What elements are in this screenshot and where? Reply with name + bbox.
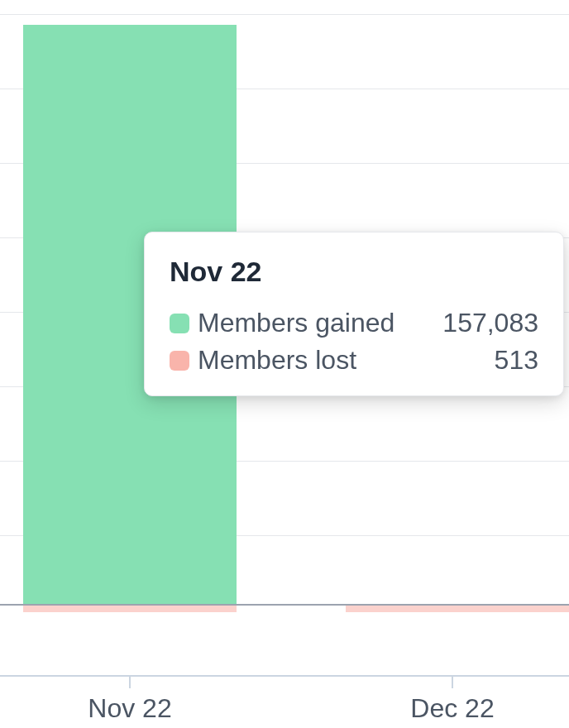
tooltip-value: 157,083 [442, 308, 538, 338]
x-axis-label-dec: Dec 22 [410, 693, 494, 724]
x-axis-line [0, 675, 569, 677]
bar-members-lost-nov[interactable] [23, 606, 237, 612]
gridline [0, 14, 569, 15]
chart-tooltip: Nov 22 Members gained 157,083 Members lo… [144, 232, 564, 396]
bar-members-lost-dec[interactable] [346, 606, 569, 612]
swatch-green-icon [170, 314, 189, 333]
tooltip-label: Members lost [198, 345, 495, 376]
tooltip-label: Members gained [198, 308, 442, 338]
x-axis-label-nov: Nov 22 [88, 693, 171, 724]
swatch-red-icon [170, 351, 189, 371]
x-axis-tick [452, 675, 453, 688]
tooltip-row-lost: Members lost 513 [170, 345, 538, 376]
x-axis-tick [129, 675, 131, 688]
tooltip-row-gained: Members gained 157,083 [170, 308, 538, 338]
tooltip-value: 513 [495, 345, 538, 376]
tooltip-title: Nov 22 [170, 256, 538, 288]
